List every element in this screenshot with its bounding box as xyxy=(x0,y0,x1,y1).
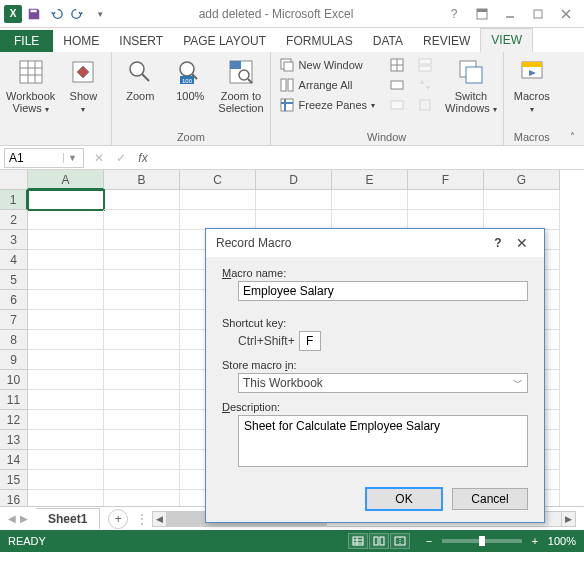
side-by-side-button[interactable] xyxy=(415,56,435,74)
cell[interactable] xyxy=(28,470,104,490)
tab-insert[interactable]: INSERT xyxy=(109,30,173,52)
cell[interactable] xyxy=(28,330,104,350)
dialog-close-icon[interactable]: ✕ xyxy=(510,235,534,251)
zoom-out-icon[interactable]: − xyxy=(422,535,436,547)
cell[interactable] xyxy=(28,270,104,290)
dialog-help-icon[interactable]: ? xyxy=(486,236,510,250)
cell[interactable] xyxy=(484,190,560,210)
tab-home[interactable]: HOME xyxy=(53,30,109,52)
close-icon[interactable] xyxy=(554,4,578,24)
cell[interactable] xyxy=(104,310,180,330)
ribbon-display-icon[interactable] xyxy=(470,4,494,24)
cell[interactable] xyxy=(104,430,180,450)
row-header[interactable]: 13 xyxy=(0,430,28,450)
fx-icon[interactable]: fx xyxy=(132,151,154,165)
macro-name-input[interactable] xyxy=(238,281,528,301)
show-button[interactable]: Show▾ xyxy=(61,56,105,116)
row-header[interactable]: 12 xyxy=(0,410,28,430)
freeze-panes-button[interactable]: Freeze Panes ▾ xyxy=(277,96,377,114)
description-input[interactable] xyxy=(238,415,528,467)
excel-icon[interactable]: X xyxy=(4,5,22,23)
page-break-view-icon[interactable] xyxy=(390,533,410,549)
split-button[interactable] xyxy=(387,56,407,74)
qat-customize-icon[interactable]: ▾ xyxy=(90,4,110,24)
reset-pos-button[interactable] xyxy=(415,96,435,114)
cell[interactable] xyxy=(104,250,180,270)
cell[interactable] xyxy=(28,410,104,430)
cell[interactable] xyxy=(104,290,180,310)
name-box-input[interactable] xyxy=(5,151,63,165)
scroll-right-icon[interactable]: ▶ xyxy=(561,512,575,526)
cell[interactable] xyxy=(484,210,560,230)
cell[interactable] xyxy=(28,190,104,210)
cell[interactable] xyxy=(28,210,104,230)
normal-view-icon[interactable] xyxy=(348,533,368,549)
cell[interactable] xyxy=(256,190,332,210)
row-header[interactable]: 1 xyxy=(0,190,28,210)
col-header[interactable]: G xyxy=(484,170,560,190)
tab-page-layout[interactable]: PAGE LAYOUT xyxy=(173,30,276,52)
cell[interactable] xyxy=(104,210,180,230)
zoom-100-button[interactable]: 100 100% xyxy=(168,56,212,102)
zoom-in-icon[interactable]: + xyxy=(528,535,542,547)
zoom-percent[interactable]: 100% xyxy=(548,535,576,547)
new-window-button[interactable]: New Window xyxy=(277,56,377,74)
collapse-ribbon-icon[interactable]: ˄ xyxy=(564,129,580,143)
cell[interactable] xyxy=(28,350,104,370)
cell[interactable] xyxy=(180,190,256,210)
cell[interactable] xyxy=(104,270,180,290)
cell[interactable] xyxy=(28,370,104,390)
zoom-slider[interactable] xyxy=(442,539,522,543)
unhide-button[interactable] xyxy=(387,96,407,114)
cell[interactable] xyxy=(104,390,180,410)
cell[interactable] xyxy=(180,210,256,230)
tab-view[interactable]: VIEW xyxy=(480,28,533,52)
undo-icon[interactable] xyxy=(46,4,66,24)
col-header[interactable]: C xyxy=(180,170,256,190)
cell[interactable] xyxy=(104,350,180,370)
row-header[interactable]: 2 xyxy=(0,210,28,230)
store-in-select[interactable]: This Workbook ﹀ xyxy=(238,373,528,393)
name-box[interactable]: ▼ xyxy=(4,148,84,168)
cell[interactable] xyxy=(28,230,104,250)
cell[interactable] xyxy=(28,290,104,310)
workbook-views-button[interactable]: Workbook Views ▾ xyxy=(6,56,55,116)
cell[interactable] xyxy=(408,190,484,210)
macros-button[interactable]: Macros▾ xyxy=(510,56,554,116)
scroll-left-icon[interactable]: ◀ xyxy=(153,512,167,526)
name-box-dropdown-icon[interactable]: ▼ xyxy=(63,153,81,163)
row-header[interactable]: 14 xyxy=(0,450,28,470)
cell[interactable] xyxy=(104,190,180,210)
cell[interactable] xyxy=(104,470,180,490)
cell[interactable] xyxy=(104,490,180,506)
row-header[interactable]: 8 xyxy=(0,330,28,350)
row-header[interactable]: 6 xyxy=(0,290,28,310)
dialog-titlebar[interactable]: Record Macro ? ✕ xyxy=(206,229,544,257)
zoom-slider-thumb[interactable] xyxy=(479,536,485,546)
redo-icon[interactable] xyxy=(68,4,88,24)
shortcut-key-input[interactable] xyxy=(299,331,321,351)
sync-scroll-button[interactable] xyxy=(415,76,435,94)
col-header[interactable]: F xyxy=(408,170,484,190)
formula-input[interactable] xyxy=(154,148,584,168)
cell[interactable] xyxy=(104,230,180,250)
col-header[interactable]: E xyxy=(332,170,408,190)
tab-review[interactable]: REVIEW xyxy=(413,30,480,52)
cell[interactable] xyxy=(104,410,180,430)
page-layout-view-icon[interactable] xyxy=(369,533,389,549)
cancel-button[interactable]: Cancel xyxy=(452,488,528,510)
ok-button[interactable]: OK xyxy=(366,488,442,510)
cell[interactable] xyxy=(104,450,180,470)
arrange-all-button[interactable]: Arrange All xyxy=(277,76,377,94)
help-icon[interactable]: ? xyxy=(442,4,466,24)
maximize-icon[interactable] xyxy=(526,4,550,24)
cell[interactable] xyxy=(332,210,408,230)
cell[interactable] xyxy=(28,490,104,506)
row-header[interactable]: 3 xyxy=(0,230,28,250)
select-all-corner[interactable] xyxy=(0,170,28,190)
zoom-selection-button[interactable]: Zoom to Selection xyxy=(218,56,263,114)
cell[interactable] xyxy=(28,310,104,330)
cell[interactable] xyxy=(104,330,180,350)
row-header[interactable]: 4 xyxy=(0,250,28,270)
row-header[interactable]: 9 xyxy=(0,350,28,370)
